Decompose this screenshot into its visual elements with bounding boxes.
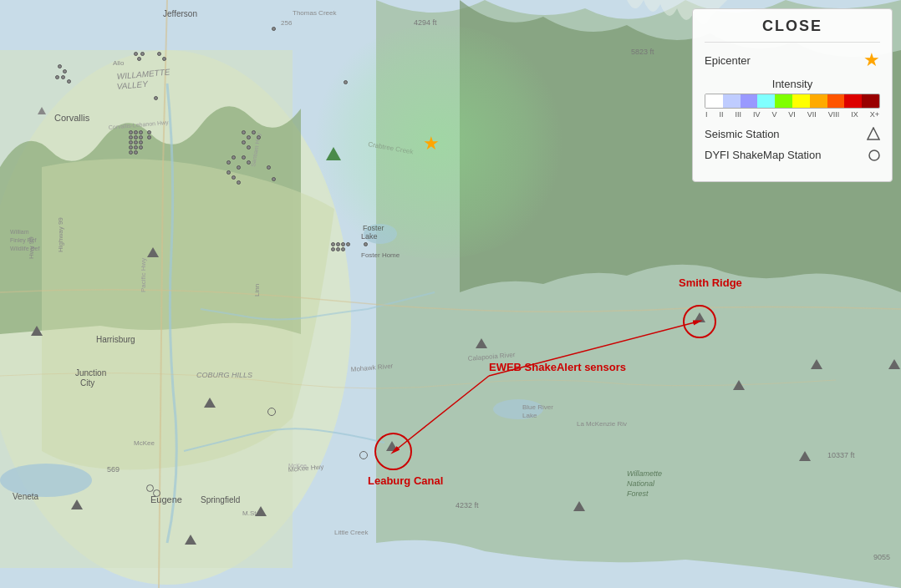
map-container: WILLAMETTE VALLEY COBURG HILLS Pacific H…	[0, 0, 901, 588]
intensity-segment	[757, 94, 775, 108]
svg-text:4232 ft: 4232 ft	[456, 501, 479, 509]
svg-text:Allo: Allo	[113, 59, 125, 67]
legend-seismic-row: Seismic Station	[705, 127, 880, 140]
svg-text:10337 ft: 10337 ft	[827, 451, 855, 459]
svg-text:Corvallis: Corvallis	[54, 113, 90, 123]
intensity-level-label: IV	[753, 110, 761, 119]
intensity-segment	[705, 94, 723, 108]
svg-text:Forest: Forest	[627, 489, 649, 498]
epicenter-label: Epicenter	[705, 54, 857, 67]
intensity-bar	[705, 94, 880, 109]
svg-text:Foster Home: Foster Home	[361, 251, 400, 259]
svg-text:Harrisburg: Harrisburg	[96, 335, 135, 344]
svg-text:9055: 9055	[873, 553, 890, 561]
intensity-level-label: III	[735, 110, 741, 119]
intensity-level-label: VIII	[828, 110, 840, 119]
svg-text:4294 ft: 4294 ft	[414, 18, 437, 27]
svg-text:Lake: Lake	[522, 412, 537, 419]
intensity-level-label: VI	[788, 110, 796, 119]
intensity-level-label: II	[719, 110, 723, 119]
intensity-segment	[844, 94, 862, 108]
epicenter-star-icon: ★	[863, 51, 880, 69]
seismic-station-label: Seismic Station	[705, 128, 860, 140]
svg-text:Lake: Lake	[361, 232, 378, 241]
intensity-segment	[792, 94, 810, 108]
svg-text:Wildlife Ref: Wildlife Ref	[10, 246, 39, 251]
svg-text:Willamette: Willamette	[627, 469, 662, 478]
svg-text:256: 256	[281, 19, 293, 27]
intensity-segment	[723, 94, 741, 108]
svg-point-58	[869, 150, 879, 160]
svg-text:Junction: Junction	[75, 368, 106, 378]
intensity-title: Intensity	[705, 78, 880, 90]
svg-text:COBURG HILLS: COBURG HILLS	[196, 371, 252, 379]
svg-text:La McKenzie Riv: La McKenzie Riv	[577, 420, 627, 428]
svg-text:Highway 99: Highway 99	[57, 217, 64, 252]
svg-text:Eugene: Eugene	[150, 494, 182, 504]
svg-text:M.St: M.St	[242, 509, 257, 517]
svg-text:Thomas Creek: Thomas Creek	[293, 9, 337, 17]
dyfi-label: DYFI ShakeMap Station	[705, 149, 862, 161]
intensity-labels: IIIIIIIVVVIVIIVIIIIXX+	[705, 110, 880, 119]
svg-text:5823 ft: 5823 ft	[631, 48, 654, 56]
svg-marker-57	[868, 128, 879, 139]
svg-text:Pacific Hwy: Pacific Hwy	[140, 258, 147, 292]
svg-text:Jefferson: Jefferson	[163, 9, 197, 18]
intensity-segment	[810, 94, 827, 108]
svg-text:569: 569	[107, 465, 120, 474]
svg-text:Linn: Linn	[253, 284, 261, 297]
intensity-segment	[827, 94, 845, 108]
intensity-section: Intensity IIIIIIIVVVIVIIVIIIIXX+	[705, 78, 880, 119]
intensity-segment	[862, 94, 879, 108]
svg-text:Little Creek: Little Creek	[334, 529, 369, 536]
intensity-level-label: IX	[851, 110, 858, 119]
legend-dyfi-row: DYFI ShakeMap Station	[705, 149, 880, 161]
intensity-level-label: I	[705, 110, 708, 119]
intensity-level-label: VII	[807, 110, 817, 119]
dyfi-station-icon	[868, 150, 880, 161]
svg-text:National: National	[627, 479, 655, 488]
svg-text:City: City	[80, 378, 94, 388]
svg-text:William: William	[10, 229, 29, 235]
intensity-segment	[775, 94, 792, 108]
svg-text:McKee: McKee	[288, 463, 307, 469]
close-button[interactable]: CLOSE	[705, 18, 880, 43]
svg-text:Foster: Foster	[363, 224, 384, 232]
seismic-station-icon	[867, 127, 880, 140]
intensity-segment	[741, 94, 758, 108]
legend-panel: CLOSE Epicenter ★ Intensity IIIIIIIVVVIV…	[692, 8, 893, 182]
svg-text:Finley Ref: Finley Ref	[10, 237, 37, 244]
intensity-level-label: V	[771, 110, 776, 119]
intensity-level-label: X+	[870, 110, 879, 119]
svg-text:Blue River: Blue River	[522, 403, 553, 411]
legend-epicenter-row: Epicenter ★	[705, 51, 880, 69]
svg-text:McKee: McKee	[134, 439, 155, 447]
svg-text:Springfield: Springfield	[201, 495, 240, 504]
svg-text:Veneta: Veneta	[13, 492, 39, 501]
